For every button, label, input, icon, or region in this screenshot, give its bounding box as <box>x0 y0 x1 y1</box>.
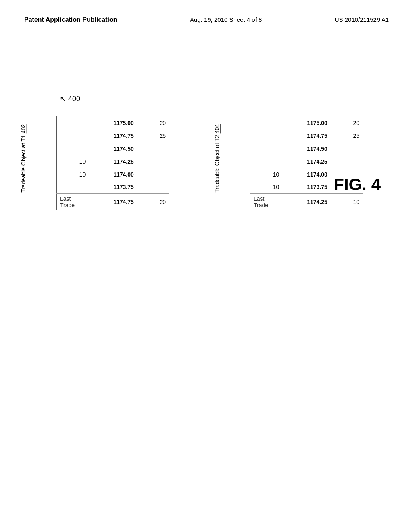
table2-container: Tradeable Object at T2 404 1175.00 20 11… <box>250 116 371 210</box>
table1-last-trade-qty: 20 <box>137 194 169 210</box>
table1-row1-price: 1175.00 <box>89 116 137 129</box>
table2-row1-qty-right: 20 <box>331 116 363 129</box>
header-date-sheet: Aug. 19, 2010 Sheet 4 of 8 <box>190 16 262 23</box>
table1-row2-qty-left <box>57 129 89 142</box>
table2-row6-qty-left: 10 <box>250 181 283 194</box>
table2-last-trade-label: Last Trade <box>250 194 283 210</box>
table1-row1-qty-left <box>57 116 89 129</box>
table2-row1-qty-left <box>250 116 283 129</box>
table1-row3-price: 1174.50 <box>89 142 137 155</box>
table2-row4-qty-right <box>331 155 363 168</box>
table-row: 1175.00 20 <box>57 116 169 129</box>
table1-title: Tradeable Object at T1 402 <box>20 124 27 193</box>
table1-row2-qty-right: 25 <box>137 129 169 142</box>
table2-title-prefix: Tradeable Object at T2 <box>214 133 220 192</box>
table1-row6-price: 1173.75 <box>89 181 137 194</box>
table-row: 1174.50 <box>250 142 363 155</box>
table2-title-ref: 404 <box>214 124 220 133</box>
table1-row3-qty-left <box>57 142 89 155</box>
table-row: 10 1174.00 <box>57 168 169 181</box>
table-row: 1174.25 <box>250 155 363 168</box>
table-row: 10 1174.25 <box>57 155 169 168</box>
label-400-text: 400 <box>68 95 80 103</box>
arrow-icon: ↖ <box>60 94 67 104</box>
table2-row5-price: 1174.00 <box>282 168 331 181</box>
header-publication-type: Patent Application Publication <box>24 16 117 23</box>
table1-title-ref: 402 <box>20 124 27 133</box>
main-content: ↖ 400 Tradeable Object at T1 402 1175.00… <box>0 31 413 227</box>
table1-row1-qty-right: 20 <box>137 116 169 129</box>
table-row: 1174.50 <box>57 142 169 155</box>
table1-row4-qty-left: 10 <box>57 155 89 168</box>
table1: 1175.00 20 1174.75 25 1174.50 <box>56 116 169 210</box>
figure-400-label: ↖ 400 <box>60 94 80 104</box>
table2-row3-qty-right <box>331 142 363 155</box>
table2-last-trade-row: Last Trade 1174.25 10 <box>250 194 363 210</box>
table2-row3-qty-left <box>250 142 283 155</box>
table2-row2-qty-right: 25 <box>331 129 363 142</box>
table1-title-prefix: Tradeable Object at T1 <box>20 133 27 192</box>
table2: 1175.00 20 1174.75 25 1174.50 <box>250 116 363 210</box>
table2-row3-price: 1174.50 <box>282 142 331 155</box>
table1-row2-price: 1174.75 <box>89 129 137 142</box>
page-header: Patent Application Publication Aug. 19, … <box>0 0 413 31</box>
table1-last-trade-label: Last Trade <box>57 194 89 210</box>
table-row: 1174.75 25 <box>250 129 363 142</box>
table1-row6-qty-left <box>57 181 89 194</box>
table1-row5-qty-left: 10 <box>57 168 89 181</box>
table1-row5-qty-right <box>137 168 169 181</box>
table1-row6-qty-right <box>137 181 169 194</box>
table2-last-trade-price: 1174.25 <box>282 194 331 210</box>
table2-row2-price: 1174.75 <box>282 129 331 142</box>
table1-row4-qty-right <box>137 155 169 168</box>
header-patent-number: US 2010/211529 A1 <box>335 16 389 23</box>
table-row: 1175.00 20 <box>250 116 363 129</box>
table2-row6-price: 1173.75 <box>282 181 331 194</box>
table2-row4-price: 1174.25 <box>282 155 331 168</box>
table1-last-trade-price: 1174.75 <box>89 194 137 210</box>
table1-row4-price: 1174.25 <box>89 155 137 168</box>
table1-row3-qty-right <box>137 142 169 155</box>
table1-last-trade-row: Last Trade 1174.75 20 <box>57 194 169 210</box>
table2-title: Tradeable Object at T2 404 <box>214 124 220 193</box>
table2-row1-price: 1175.00 <box>282 116 331 129</box>
table2-row2-qty-left <box>250 129 283 142</box>
figure-label: FIG. 4 <box>334 175 381 194</box>
table2-row5-qty-left: 10 <box>250 168 283 181</box>
table-row: 1174.75 25 <box>57 129 169 142</box>
table2-row4-qty-left <box>250 155 283 168</box>
table2-last-trade-qty: 10 <box>331 194 363 210</box>
table1-row5-price: 1174.00 <box>89 168 137 181</box>
table-row: 1173.75 <box>57 181 169 194</box>
table1-container: Tradeable Object at T1 402 1175.00 20 11… <box>56 116 177 210</box>
